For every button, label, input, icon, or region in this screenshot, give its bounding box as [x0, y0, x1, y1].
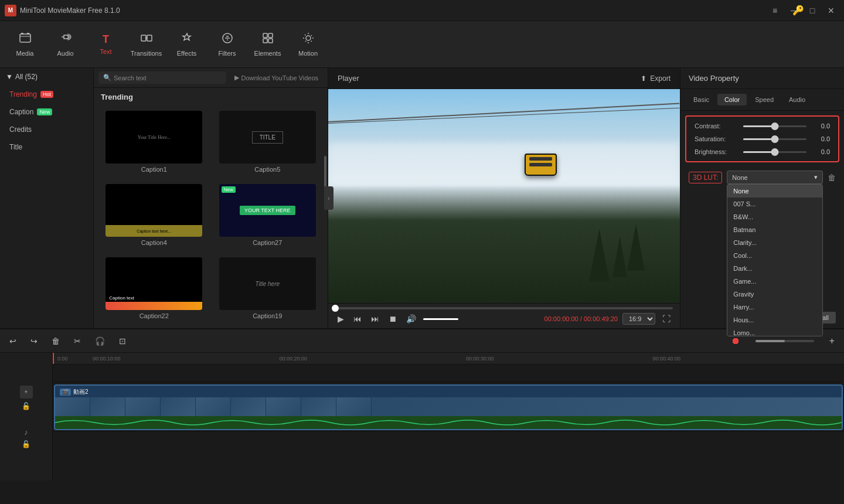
sidebar-all-header[interactable]: ▼ All (52)	[0, 68, 93, 86]
lut-option-007[interactable]: 007 S...	[727, 197, 822, 210]
audio-detach-btn[interactable]: 🎧	[91, 334, 108, 348]
volume-button[interactable]: 🔊	[404, 313, 418, 325]
lut-option-clarity[interactable]: Clarity...	[727, 236, 822, 249]
caption27-btn: YOUR TEXT HERE	[240, 206, 295, 215]
volume-slider[interactable]	[423, 318, 458, 320]
thumbnail-caption22[interactable]: Caption text Caption22	[101, 257, 207, 323]
minimize-btn[interactable]: ─	[785, 2, 802, 19]
title-label: Title	[9, 143, 22, 151]
close-btn[interactable]: ✕	[823, 2, 839, 19]
contrast-track[interactable]	[743, 125, 806, 127]
export-button[interactable]: ⬆ Export	[641, 74, 671, 83]
toolbar-elements[interactable]: Elements	[249, 25, 287, 64]
add-video-track-btn[interactable]: +	[20, 386, 33, 399]
time-display: 00:00:00:00 / 00:00:49:20	[544, 315, 618, 322]
lut-option-harry[interactable]: Harry...	[727, 301, 822, 314]
tab-speed[interactable]: Speed	[748, 94, 781, 105]
caption-label: Caption	[9, 108, 33, 116]
brightness-thumb[interactable]	[771, 148, 779, 156]
progress-handle[interactable]	[332, 305, 339, 312]
saturation-track[interactable]	[743, 138, 806, 140]
search-box[interactable]: 🔍 Search text	[98, 71, 226, 84]
menu-btn[interactable]: ≡	[767, 2, 783, 19]
download-youtube-btn[interactable]: ▶ Download YouTube Videos	[230, 71, 324, 84]
split-btn[interactable]: ✂	[70, 334, 84, 348]
zoom-slider[interactable]	[755, 340, 814, 342]
zoom-in-btn[interactable]: +	[826, 333, 838, 349]
saturation-thumb[interactable]	[771, 135, 779, 143]
audio-lock-btn[interactable]: 🔓	[22, 440, 30, 448]
sidebar-item-caption[interactable]: Caption New	[0, 103, 93, 121]
sidebar-item-title[interactable]: Title	[0, 138, 93, 156]
lut-option-dark[interactable]: Dark...	[727, 262, 822, 275]
main-toolbar: Media Audio T Text Transitions	[0, 21, 844, 68]
brightness-track[interactable]	[743, 151, 806, 153]
lut-option-bw[interactable]: B&W...	[727, 210, 822, 223]
crop-btn[interactable]: ⊡	[115, 334, 130, 348]
play-button[interactable]: ▶	[335, 313, 346, 325]
thumbnail-caption5[interactable]: TITLE Caption5	[215, 111, 321, 177]
svg-rect-1	[21, 33, 23, 35]
elements-icon	[261, 32, 274, 47]
stop-button[interactable]: ⏹	[386, 313, 399, 325]
ruler-mark-30: 00:00:30:00	[466, 356, 653, 362]
toolbar-filters[interactable]: Filters	[208, 25, 246, 64]
video-lock-btn[interactable]: 🔓	[22, 402, 30, 410]
thumbnail-caption19[interactable]: Title here Caption19	[215, 257, 321, 323]
brightness-fill	[743, 151, 775, 153]
player-controls: ▶ ⏮ ⏭ ⏹ 🔊 00:00:00:00 / 00:00:49:20 16:9…	[328, 303, 680, 328]
trending-section-title: Trending	[94, 88, 328, 106]
video-preview	[328, 89, 680, 303]
thumbnail-caption27[interactable]: New YOUR TEXT HERE Caption27	[215, 184, 321, 250]
next-frame-button[interactable]: ⏭	[369, 313, 382, 325]
redo-btn[interactable]: ↪	[27, 334, 41, 348]
panel-expand-btn[interactable]: ›	[324, 186, 333, 210]
lut-option-none[interactable]: None	[727, 185, 822, 197]
toolbar-motion[interactable]: Motion	[289, 25, 327, 64]
filters-icon	[221, 32, 234, 47]
thumbnail-caption1[interactable]: Your Title Here... Caption1	[101, 111, 207, 177]
brightness-row: Brightness: 0.0	[695, 148, 830, 155]
playhead[interactable]	[53, 353, 54, 364]
progress-bar[interactable]	[335, 307, 673, 309]
frame-thumb-5	[196, 397, 231, 416]
lut-option-game[interactable]: Game...	[727, 275, 822, 288]
lut-dropdown[interactable]: None ▾ None 007 S... B&W... Batman Clari…	[727, 171, 823, 184]
lut-option-lomo1[interactable]: Lomo...	[727, 326, 822, 336]
chevron-down-icon: ▾	[814, 173, 818, 181]
tab-color[interactable]: Color	[717, 94, 747, 105]
tab-audio[interactable]: Audio	[782, 94, 812, 105]
maximize-btn[interactable]: □	[804, 2, 821, 19]
thumbnail-caption4[interactable]: Caption text here... Caption4	[101, 184, 207, 250]
lut-option-gravity[interactable]: Gravity	[727, 288, 822, 301]
toolbar-text[interactable]: T Text	[87, 25, 125, 64]
video-track-row[interactable]: 🎬 動画2	[53, 382, 844, 432]
toolbar-effects[interactable]: Effects	[168, 25, 206, 64]
sidebar-item-credits[interactable]: Credits	[0, 121, 93, 138]
tab-basic[interactable]: Basic	[686, 94, 716, 105]
aspect-ratio-select[interactable]: 16:9 9:16 1:1 4:3	[622, 313, 655, 325]
undo-btn[interactable]: ↩	[6, 334, 20, 348]
fullscreen-button[interactable]: ⛶	[660, 313, 673, 325]
toolbar-audio[interactable]: Audio	[46, 25, 84, 64]
lut-option-hous[interactable]: Hous...	[727, 314, 822, 326]
thumbnails-grid: Your Title Here... Caption1 TITLE Captio…	[94, 106, 328, 328]
lut-option-batman[interactable]: Batman	[727, 223, 822, 236]
frame-thumb-3	[125, 397, 161, 416]
sidebar-item-trending[interactable]: Trending Hot	[0, 86, 93, 103]
delete-clip-btn[interactable]: 🗑	[48, 334, 63, 348]
frame-thumb-7	[266, 397, 301, 416]
audio-icon	[59, 32, 72, 47]
lut-option-cool[interactable]: Cool...	[727, 249, 822, 262]
video-track-controls: + 🔓	[20, 386, 33, 410]
media-label: Media	[16, 50, 34, 57]
contrast-thumb[interactable]	[771, 122, 779, 130]
prev-frame-button[interactable]: ⏮	[351, 313, 364, 325]
toolbar-transitions[interactable]: Transitions	[127, 25, 165, 64]
scrollbar[interactable]	[324, 156, 326, 191]
lut-dropdown-btn[interactable]: None ▾	[727, 171, 823, 184]
saturation-row: Saturation: 0.0	[695, 135, 830, 142]
lut-delete-btn[interactable]: 🗑	[828, 173, 836, 182]
player-header: Player ⬆ Export	[328, 68, 680, 89]
toolbar-media[interactable]: Media	[6, 25, 44, 64]
